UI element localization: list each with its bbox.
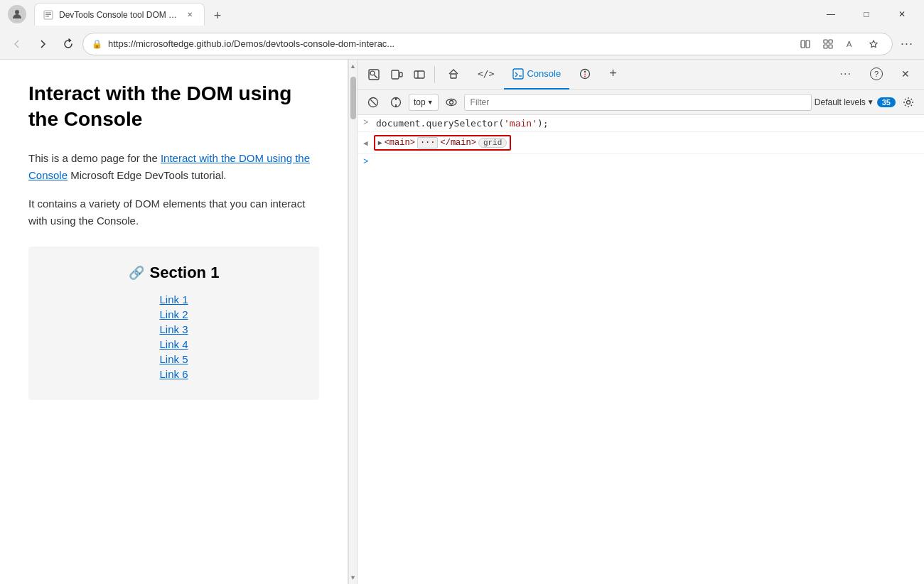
more-options-button[interactable]: ··· bbox=[896, 33, 918, 55]
favorites-icon[interactable] bbox=[864, 34, 883, 54]
section-link-1[interactable]: Link 1 bbox=[45, 293, 302, 305]
home-tab[interactable] bbox=[439, 60, 468, 90]
scroll-track bbox=[350, 70, 356, 574]
svg-point-25 bbox=[584, 75, 586, 77]
section-box: 🔗 Section 1 Link 1 Link 2 Link 3 Link 4 … bbox=[28, 247, 319, 400]
close-button[interactable]: ✕ bbox=[886, 3, 918, 26]
collections-icon[interactable] bbox=[818, 34, 838, 54]
scroll-up-arrow[interactable]: ▲ bbox=[350, 63, 356, 70]
sources-tab[interactable] bbox=[571, 60, 599, 90]
dom-node-result[interactable]: ▶ <main> ··· </main> grid bbox=[374, 135, 512, 151]
eye-icon-button[interactable] bbox=[441, 92, 461, 112]
tab-close-button[interactable]: ✕ bbox=[184, 9, 195, 21]
svg-line-27 bbox=[370, 99, 376, 105]
more-tools-menu[interactable]: ··· bbox=[832, 60, 860, 90]
dom-expand-arrow[interactable]: ▶ bbox=[378, 139, 382, 147]
minimize-button[interactable]: — bbox=[815, 3, 847, 26]
clear-console-button[interactable] bbox=[363, 92, 383, 112]
lock-icon: 🔒 bbox=[92, 39, 102, 49]
new-tab-button[interactable]: + bbox=[208, 6, 227, 26]
help-button[interactable]: ? bbox=[861, 60, 891, 90]
section-link-6[interactable]: Link 6 bbox=[45, 368, 302, 380]
add-tool-button[interactable]: + bbox=[601, 60, 625, 90]
console-next-prompt: > bbox=[358, 154, 924, 170]
console-command: document.querySelector('main'); bbox=[376, 118, 549, 129]
profile-icon[interactable] bbox=[6, 3, 28, 26]
paragraph-1-suffix: Microsoft Edge DevTools tutorial. bbox=[68, 169, 226, 181]
browser-window: DevTools Console tool DOM inte ✕ + — □ ✕… bbox=[0, 0, 924, 584]
console-toolbar: top ▼ Default levels ▼ 35 bbox=[358, 90, 924, 115]
tab-title: DevTools Console tool DOM inte bbox=[59, 10, 178, 20]
log-levels-selector[interactable]: Default levels ▼ bbox=[815, 97, 874, 107]
svg-rect-9 bbox=[824, 45, 827, 48]
profile-avatar bbox=[8, 5, 26, 23]
section-link-4[interactable]: Link 4 bbox=[45, 338, 302, 350]
scroll-down-arrow[interactable]: ▼ bbox=[350, 574, 356, 581]
paragraph-1-prefix: This is a demo page for the bbox=[28, 152, 161, 164]
forward-button[interactable] bbox=[31, 33, 54, 55]
input-arrow: > bbox=[363, 118, 372, 128]
page-paragraph-1: This is a demo page for the Interact wit… bbox=[28, 150, 319, 184]
elements-tab[interactable]: </> bbox=[469, 60, 503, 90]
section-link-5[interactable]: Link 5 bbox=[45, 353, 302, 365]
svg-rect-17 bbox=[414, 71, 424, 78]
section-link-3[interactable]: Link 3 bbox=[45, 323, 302, 335]
context-selector[interactable]: top ▼ bbox=[409, 94, 439, 111]
svg-point-13 bbox=[370, 71, 375, 75]
log-levels-text: Default levels bbox=[815, 97, 866, 107]
device-emulation-button[interactable] bbox=[386, 64, 407, 85]
main-area: Interact with the DOM using the Console … bbox=[0, 60, 924, 584]
page-content: Interact with the DOM using the Console … bbox=[0, 60, 348, 584]
split-screen-icon[interactable] bbox=[795, 34, 815, 54]
close-devtools-button[interactable]: ✕ bbox=[893, 60, 918, 90]
console-settings-button[interactable] bbox=[386, 92, 406, 112]
back-button[interactable] bbox=[6, 33, 28, 55]
console-tab[interactable]: Console bbox=[504, 60, 569, 90]
nav-right: ··· bbox=[896, 33, 918, 55]
message-count-badge: 35 bbox=[877, 97, 896, 107]
maximize-button[interactable]: □ bbox=[850, 3, 883, 26]
inspect-element-button[interactable] bbox=[363, 64, 385, 85]
tab-bar: DevTools Console tool DOM inte ✕ + bbox=[34, 3, 809, 26]
filter-input[interactable] bbox=[464, 94, 812, 111]
window-controls: — □ ✕ bbox=[815, 3, 918, 26]
page-paragraph-2: It contains a variety of DOM elements th… bbox=[28, 195, 319, 229]
nav-bar: 🔒 https://microsoftedge.github.io/Demos/… bbox=[0, 28, 924, 60]
svg-point-0 bbox=[15, 10, 19, 14]
url-text: https://microsoftedge.github.io/Demos/de… bbox=[108, 38, 790, 49]
sidebar-toggle-button[interactable] bbox=[409, 64, 430, 85]
svg-rect-15 bbox=[392, 70, 399, 79]
log-levels-arrow: ▼ bbox=[867, 98, 874, 106]
result-back-arrow[interactable]: ◀ bbox=[363, 139, 368, 148]
scroll-thumb[interactable] bbox=[350, 77, 356, 119]
section-heading: 🔗 Section 1 bbox=[45, 264, 302, 282]
tag-ellipsis[interactable]: ··· bbox=[417, 137, 439, 148]
console-input-line: > document.querySelector('main'); bbox=[358, 115, 924, 132]
svg-rect-7 bbox=[824, 40, 827, 43]
console-output: > document.querySelector('main'); ◀ ▶ <m… bbox=[358, 115, 924, 584]
tag-close: </main> bbox=[440, 138, 476, 148]
next-prompt-arrow[interactable]: > bbox=[363, 157, 368, 167]
font-settings-icon[interactable]: A bbox=[841, 34, 861, 54]
svg-point-24 bbox=[584, 73, 586, 75]
console-tab-label: Console bbox=[527, 68, 561, 79]
svg-rect-16 bbox=[399, 72, 402, 77]
address-bar[interactable]: 🔒 https://microsoftedge.github.io/Demos/… bbox=[82, 33, 893, 55]
svg-point-23 bbox=[584, 70, 586, 72]
grid-badge: grid bbox=[478, 138, 507, 148]
console-gear-button[interactable] bbox=[898, 92, 918, 112]
svg-rect-5 bbox=[801, 40, 805, 48]
devtools-tab-bar: </> Console + ··· ? ✕ bbox=[358, 60, 924, 90]
address-actions: A bbox=[795, 34, 883, 54]
page-scrollbar[interactable]: ▲ ▼ bbox=[348, 60, 357, 584]
svg-line-14 bbox=[375, 75, 378, 78]
svg-point-32 bbox=[449, 100, 453, 104]
svg-text:A: A bbox=[847, 40, 852, 48]
refresh-button[interactable] bbox=[57, 33, 80, 55]
active-tab[interactable]: DevTools Console tool DOM inte ✕ bbox=[34, 3, 205, 26]
devtools-panel: </> Console + ··· ? ✕ bbox=[357, 60, 924, 584]
context-value: top bbox=[414, 97, 426, 107]
svg-rect-8 bbox=[829, 40, 832, 43]
section-link-2[interactable]: Link 2 bbox=[45, 308, 302, 320]
context-dropdown-arrow: ▼ bbox=[427, 99, 434, 106]
